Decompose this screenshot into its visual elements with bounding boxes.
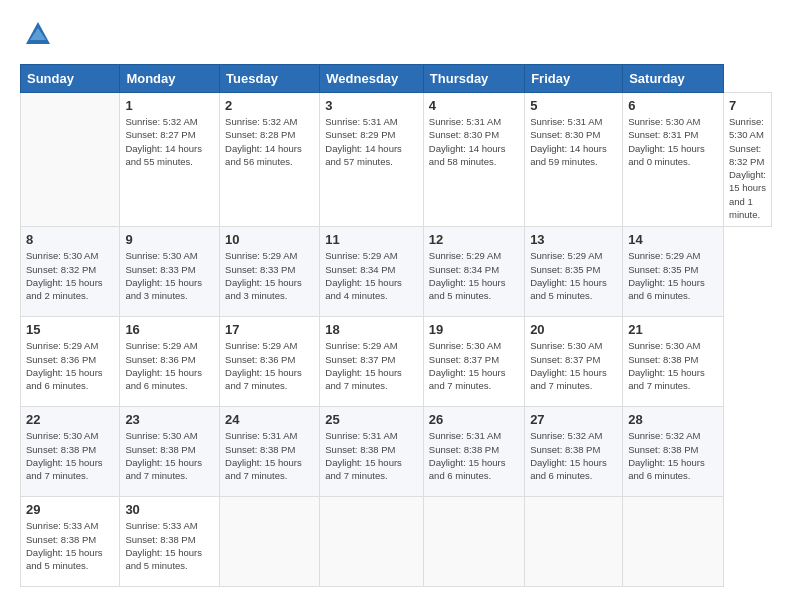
day-cell-14: 14Sunrise: 5:29 AMSunset: 8:35 PMDayligh… <box>623 227 724 317</box>
day-cell-1: 1Sunrise: 5:32 AMSunset: 8:27 PMDaylight… <box>120 93 220 227</box>
day-number-21: 21 <box>628 322 718 337</box>
weekday-header-monday: Monday <box>120 65 220 93</box>
day-cell-8: 8Sunrise: 5:30 AMSunset: 8:32 PMDaylight… <box>21 227 120 317</box>
day-info-19: Sunrise: 5:30 AMSunset: 8:37 PMDaylight:… <box>429 339 519 392</box>
day-number-15: 15 <box>26 322 114 337</box>
day-info-7: Sunrise: 5:30 AMSunset: 8:32 PMDaylight:… <box>729 115 766 221</box>
day-number-20: 20 <box>530 322 617 337</box>
day-number-4: 4 <box>429 98 519 113</box>
day-cell-23: 23Sunrise: 5:30 AMSunset: 8:38 PMDayligh… <box>120 407 220 497</box>
day-cell-22: 22Sunrise: 5:30 AMSunset: 8:38 PMDayligh… <box>21 407 120 497</box>
weekday-header-sunday: Sunday <box>21 65 120 93</box>
empty-cell <box>220 497 320 587</box>
day-info-23: Sunrise: 5:30 AMSunset: 8:38 PMDaylight:… <box>125 429 214 482</box>
day-info-4: Sunrise: 5:31 AMSunset: 8:30 PMDaylight:… <box>429 115 519 168</box>
day-cell-11: 11Sunrise: 5:29 AMSunset: 8:34 PMDayligh… <box>320 227 424 317</box>
day-number-1: 1 <box>125 98 214 113</box>
empty-cell <box>423 497 524 587</box>
day-number-5: 5 <box>530 98 617 113</box>
day-number-26: 26 <box>429 412 519 427</box>
day-info-15: Sunrise: 5:29 AMSunset: 8:36 PMDaylight:… <box>26 339 114 392</box>
day-number-12: 12 <box>429 232 519 247</box>
day-info-20: Sunrise: 5:30 AMSunset: 8:37 PMDaylight:… <box>530 339 617 392</box>
day-info-25: Sunrise: 5:31 AMSunset: 8:38 PMDaylight:… <box>325 429 418 482</box>
day-info-6: Sunrise: 5:30 AMSunset: 8:31 PMDaylight:… <box>628 115 718 168</box>
empty-cell <box>320 497 424 587</box>
day-info-12: Sunrise: 5:29 AMSunset: 8:34 PMDaylight:… <box>429 249 519 302</box>
day-number-6: 6 <box>628 98 718 113</box>
page-header <box>20 20 772 48</box>
day-info-14: Sunrise: 5:29 AMSunset: 8:35 PMDaylight:… <box>628 249 718 302</box>
day-number-27: 27 <box>530 412 617 427</box>
day-number-17: 17 <box>225 322 314 337</box>
day-info-10: Sunrise: 5:29 AMSunset: 8:33 PMDaylight:… <box>225 249 314 302</box>
day-info-5: Sunrise: 5:31 AMSunset: 8:30 PMDaylight:… <box>530 115 617 168</box>
week-row-1: 1Sunrise: 5:32 AMSunset: 8:27 PMDaylight… <box>21 93 772 227</box>
day-info-24: Sunrise: 5:31 AMSunset: 8:38 PMDaylight:… <box>225 429 314 482</box>
day-cell-19: 19Sunrise: 5:30 AMSunset: 8:37 PMDayligh… <box>423 317 524 407</box>
calendar-table: SundayMondayTuesdayWednesdayThursdayFrid… <box>20 64 772 587</box>
day-number-9: 9 <box>125 232 214 247</box>
empty-cell <box>21 93 120 227</box>
day-info-17: Sunrise: 5:29 AMSunset: 8:36 PMDaylight:… <box>225 339 314 392</box>
day-info-18: Sunrise: 5:29 AMSunset: 8:37 PMDaylight:… <box>325 339 418 392</box>
day-info-29: Sunrise: 5:33 AMSunset: 8:38 PMDaylight:… <box>26 519 114 572</box>
day-number-3: 3 <box>325 98 418 113</box>
day-info-22: Sunrise: 5:30 AMSunset: 8:38 PMDaylight:… <box>26 429 114 482</box>
weekday-header-wednesday: Wednesday <box>320 65 424 93</box>
day-cell-3: 3Sunrise: 5:31 AMSunset: 8:29 PMDaylight… <box>320 93 424 227</box>
day-info-26: Sunrise: 5:31 AMSunset: 8:38 PMDaylight:… <box>429 429 519 482</box>
day-info-16: Sunrise: 5:29 AMSunset: 8:36 PMDaylight:… <box>125 339 214 392</box>
day-cell-21: 21Sunrise: 5:30 AMSunset: 8:38 PMDayligh… <box>623 317 724 407</box>
day-cell-20: 20Sunrise: 5:30 AMSunset: 8:37 PMDayligh… <box>525 317 623 407</box>
day-cell-18: 18Sunrise: 5:29 AMSunset: 8:37 PMDayligh… <box>320 317 424 407</box>
day-info-11: Sunrise: 5:29 AMSunset: 8:34 PMDaylight:… <box>325 249 418 302</box>
day-info-2: Sunrise: 5:32 AMSunset: 8:28 PMDaylight:… <box>225 115 314 168</box>
day-cell-13: 13Sunrise: 5:29 AMSunset: 8:35 PMDayligh… <box>525 227 623 317</box>
day-number-11: 11 <box>325 232 418 247</box>
day-cell-26: 26Sunrise: 5:31 AMSunset: 8:38 PMDayligh… <box>423 407 524 497</box>
day-number-29: 29 <box>26 502 114 517</box>
day-number-14: 14 <box>628 232 718 247</box>
day-number-28: 28 <box>628 412 718 427</box>
day-cell-17: 17Sunrise: 5:29 AMSunset: 8:36 PMDayligh… <box>220 317 320 407</box>
day-cell-10: 10Sunrise: 5:29 AMSunset: 8:33 PMDayligh… <box>220 227 320 317</box>
day-number-18: 18 <box>325 322 418 337</box>
day-cell-25: 25Sunrise: 5:31 AMSunset: 8:38 PMDayligh… <box>320 407 424 497</box>
day-number-13: 13 <box>530 232 617 247</box>
weekday-header-tuesday: Tuesday <box>220 65 320 93</box>
day-cell-28: 28Sunrise: 5:32 AMSunset: 8:38 PMDayligh… <box>623 407 724 497</box>
day-cell-5: 5Sunrise: 5:31 AMSunset: 8:30 PMDaylight… <box>525 93 623 227</box>
day-info-30: Sunrise: 5:33 AMSunset: 8:38 PMDaylight:… <box>125 519 214 572</box>
day-info-9: Sunrise: 5:30 AMSunset: 8:33 PMDaylight:… <box>125 249 214 302</box>
day-number-7: 7 <box>729 98 766 113</box>
day-cell-16: 16Sunrise: 5:29 AMSunset: 8:36 PMDayligh… <box>120 317 220 407</box>
day-number-23: 23 <box>125 412 214 427</box>
day-cell-6: 6Sunrise: 5:30 AMSunset: 8:31 PMDaylight… <box>623 93 724 227</box>
day-info-1: Sunrise: 5:32 AMSunset: 8:27 PMDaylight:… <box>125 115 214 168</box>
day-number-22: 22 <box>26 412 114 427</box>
week-row-5: 29Sunrise: 5:33 AMSunset: 8:38 PMDayligh… <box>21 497 772 587</box>
day-cell-7: 7Sunrise: 5:30 AMSunset: 8:32 PMDaylight… <box>723 93 771 227</box>
weekday-header-thursday: Thursday <box>423 65 524 93</box>
logo-icon <box>24 20 52 48</box>
weekday-header-saturday: Saturday <box>623 65 724 93</box>
logo <box>20 20 52 48</box>
weekday-header-friday: Friday <box>525 65 623 93</box>
day-number-8: 8 <box>26 232 114 247</box>
day-cell-24: 24Sunrise: 5:31 AMSunset: 8:38 PMDayligh… <box>220 407 320 497</box>
day-cell-29: 29Sunrise: 5:33 AMSunset: 8:38 PMDayligh… <box>21 497 120 587</box>
day-cell-30: 30Sunrise: 5:33 AMSunset: 8:38 PMDayligh… <box>120 497 220 587</box>
day-info-27: Sunrise: 5:32 AMSunset: 8:38 PMDaylight:… <box>530 429 617 482</box>
day-info-3: Sunrise: 5:31 AMSunset: 8:29 PMDaylight:… <box>325 115 418 168</box>
day-number-19: 19 <box>429 322 519 337</box>
day-number-10: 10 <box>225 232 314 247</box>
empty-cell <box>525 497 623 587</box>
day-number-25: 25 <box>325 412 418 427</box>
day-cell-9: 9Sunrise: 5:30 AMSunset: 8:33 PMDaylight… <box>120 227 220 317</box>
day-number-16: 16 <box>125 322 214 337</box>
week-row-3: 15Sunrise: 5:29 AMSunset: 8:36 PMDayligh… <box>21 317 772 407</box>
day-info-8: Sunrise: 5:30 AMSunset: 8:32 PMDaylight:… <box>26 249 114 302</box>
day-cell-2: 2Sunrise: 5:32 AMSunset: 8:28 PMDaylight… <box>220 93 320 227</box>
day-info-28: Sunrise: 5:32 AMSunset: 8:38 PMDaylight:… <box>628 429 718 482</box>
